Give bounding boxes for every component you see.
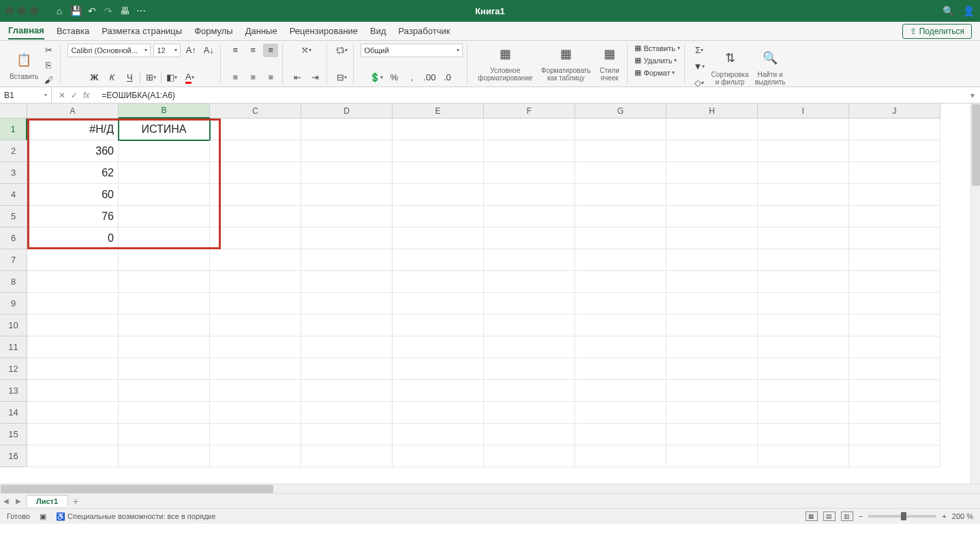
menu-page-layout[interactable]: Разметка страницы: [102, 23, 182, 39]
cell-I13[interactable]: [758, 380, 849, 402]
font-color-button[interactable]: A▾: [182, 71, 197, 84]
cell-I5[interactable]: [758, 206, 849, 227]
decrease-indent-button[interactable]: ⇤: [290, 71, 305, 84]
menu-home[interactable]: Главная: [8, 22, 44, 40]
cell-A11[interactable]: [27, 336, 119, 358]
increase-font-button[interactable]: A↑: [183, 44, 198, 57]
cell-styles-button[interactable]: ▦: [599, 44, 619, 64]
autosum-button[interactable]: Σ▾: [692, 44, 707, 57]
horizontal-scrollbar[interactable]: [0, 484, 980, 493]
cell-E15[interactable]: [393, 424, 484, 445]
next-sheet-button[interactable]: ▶: [12, 495, 25, 507]
orientation-button[interactable]: ⤲▾: [298, 44, 313, 57]
more-icon[interactable]: ⋯: [135, 5, 147, 17]
column-header-B[interactable]: B: [119, 104, 210, 119]
cell-J10[interactable]: [849, 315, 940, 336]
increase-decimal-button[interactable]: .00: [422, 71, 437, 84]
cell-E10[interactable]: [393, 315, 484, 336]
cut-button[interactable]: ✂: [41, 44, 56, 57]
cell-J7[interactable]: [849, 249, 940, 271]
cell-C7[interactable]: [210, 249, 301, 271]
cell-C2[interactable]: [210, 140, 301, 162]
cell-J16[interactable]: [849, 445, 940, 467]
cell-H8[interactable]: [667, 271, 758, 293]
cell-F2[interactable]: [484, 140, 575, 162]
share-button[interactable]: ⇪Поделиться: [902, 24, 972, 39]
cell-H16[interactable]: [667, 445, 758, 467]
cell-B3[interactable]: [119, 162, 210, 184]
cells-area[interactable]: #Н/ДИСТИНА3606260760: [27, 119, 940, 467]
italic-button[interactable]: К: [104, 71, 119, 84]
copy-button[interactable]: ⎘: [41, 59, 56, 72]
normal-view-button[interactable]: ▦: [806, 511, 818, 521]
align-middle-button[interactable]: ≡: [245, 44, 260, 57]
cell-A3[interactable]: 62: [27, 162, 119, 184]
cell-C5[interactable]: [210, 206, 301, 227]
zoom-slider[interactable]: [868, 515, 936, 518]
cell-I3[interactable]: [758, 162, 849, 184]
cell-A10[interactable]: [27, 315, 119, 336]
cell-C1[interactable]: [210, 119, 301, 140]
cell-G5[interactable]: [575, 206, 667, 227]
cell-H1[interactable]: [667, 119, 758, 140]
font-name-select[interactable]: Calibri (Основной...▾: [67, 44, 151, 57]
cell-A8[interactable]: [27, 271, 119, 293]
sort-filter-button[interactable]: ⇅: [720, 48, 740, 68]
print-icon[interactable]: 🖶: [119, 5, 131, 17]
cell-E6[interactable]: [393, 227, 484, 249]
cell-H3[interactable]: [667, 162, 758, 184]
delete-cells-button[interactable]: ▦ Удалить ▾: [634, 56, 677, 65]
align-right-button[interactable]: ≡: [263, 71, 278, 84]
cell-H6[interactable]: [667, 227, 758, 249]
cell-G11[interactable]: [575, 336, 667, 358]
column-header-C[interactable]: C: [210, 104, 301, 119]
zoom-in-button[interactable]: +: [942, 512, 946, 520]
cell-F15[interactable]: [484, 424, 575, 445]
cell-J15[interactable]: [849, 424, 940, 445]
formula-input[interactable]: =ЕОШИБКА(A1:A6): [96, 91, 965, 100]
cell-G4[interactable]: [575, 184, 667, 206]
cell-I9[interactable]: [758, 293, 849, 315]
cell-C12[interactable]: [210, 358, 301, 380]
cell-A14[interactable]: [27, 402, 119, 424]
cell-J13[interactable]: [849, 380, 940, 402]
cell-H5[interactable]: [667, 206, 758, 227]
cell-J2[interactable]: [849, 140, 940, 162]
cell-D4[interactable]: [301, 184, 393, 206]
cell-D5[interactable]: [301, 206, 393, 227]
cell-B2[interactable]: [119, 140, 210, 162]
format-as-table-button[interactable]: ▦: [555, 44, 576, 64]
conditional-format-button[interactable]: ▦: [495, 44, 515, 64]
cell-B15[interactable]: [119, 424, 210, 445]
vertical-scrollbar[interactable]: [970, 104, 980, 484]
cell-E9[interactable]: [393, 293, 484, 315]
cell-G1[interactable]: [575, 119, 667, 140]
record-macro-icon[interactable]: ▣: [40, 512, 46, 521]
underline-button[interactable]: Ч: [122, 71, 137, 84]
percent-button[interactable]: %: [386, 71, 401, 84]
row-header-3[interactable]: 3: [0, 162, 27, 184]
menu-review[interactable]: Рецензирование: [290, 23, 358, 39]
decrease-font-button[interactable]: A↓: [201, 44, 216, 57]
cell-B11[interactable]: [119, 336, 210, 358]
cell-I8[interactable]: [758, 271, 849, 293]
zoom-value[interactable]: 200 %: [952, 512, 973, 520]
cell-D3[interactable]: [301, 162, 393, 184]
cell-F16[interactable]: [484, 445, 575, 467]
align-left-button[interactable]: ≡: [228, 71, 243, 84]
cell-F1[interactable]: [484, 119, 575, 140]
cell-A15[interactable]: [27, 424, 119, 445]
vertical-scroll-thumb[interactable]: [972, 104, 980, 186]
cell-C9[interactable]: [210, 293, 301, 315]
cell-A6[interactable]: 0: [27, 227, 119, 249]
menu-insert[interactable]: Вставка: [57, 23, 89, 39]
cell-G13[interactable]: [575, 380, 667, 402]
search-icon[interactable]: 🔍: [942, 5, 954, 17]
cell-E13[interactable]: [393, 380, 484, 402]
column-header-G[interactable]: G: [575, 104, 667, 119]
zoom-thumb[interactable]: [901, 512, 906, 520]
cell-F12[interactable]: [484, 358, 575, 380]
row-header-12[interactable]: 12: [0, 358, 27, 380]
cell-F9[interactable]: [484, 293, 575, 315]
cell-I2[interactable]: [758, 140, 849, 162]
